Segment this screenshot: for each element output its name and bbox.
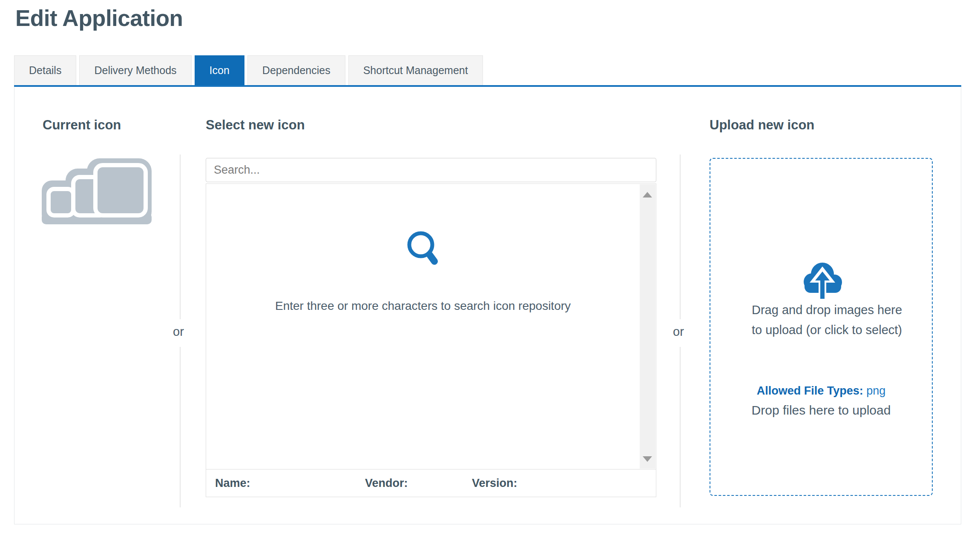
tab-dependencies[interactable]: Dependencies <box>247 55 345 85</box>
edit-application-page: Edit Application Details Delivery Method… <box>0 0 980 538</box>
divider-line <box>680 155 681 319</box>
tab-shortcut-management[interactable]: Shortcut Management <box>348 55 483 85</box>
divider-line <box>180 347 181 507</box>
cloud-upload-icon <box>801 258 844 299</box>
divider-line <box>180 155 181 319</box>
select-new-icon-heading: Select new icon <box>206 117 305 133</box>
vendor-label: Vendor: <box>365 477 408 490</box>
allowed-file-types-label: Allowed File Types: <box>757 384 863 397</box>
or-separator-left: or <box>173 325 184 339</box>
tab-bar: Details Delivery Methods Icon Dependenci… <box>14 55 483 85</box>
icon-search-input[interactable] <box>206 158 656 182</box>
page-title: Edit Application <box>15 5 183 31</box>
name-label: Name: <box>215 477 250 490</box>
tab-delivery-methods[interactable]: Delivery Methods <box>79 55 191 85</box>
dropzone-instructions: Drag and drop images here to upload (or … <box>752 300 903 340</box>
current-icon-heading: Current icon <box>43 117 121 133</box>
icon-search-results-panel <box>206 183 656 469</box>
allowed-file-types-value: png <box>866 384 885 397</box>
upload-dropzone[interactable]: Drag and drop images here to upload (or … <box>710 158 933 496</box>
or-separator-right: or <box>673 325 684 339</box>
upload-new-icon-heading: Upload new icon <box>710 117 814 133</box>
tab-details[interactable]: Details <box>14 55 76 85</box>
tab-icon[interactable]: Icon <box>195 55 244 85</box>
allowed-file-types-line: Allowed File Types: png <box>710 384 932 398</box>
selected-icon-details-bar: Name: Vendor: Version: <box>206 469 656 497</box>
triangle-up-icon[interactable] <box>643 192 652 197</box>
drop-files-hint: Drop files here to upload <box>710 403 932 418</box>
version-label: Version: <box>472 477 517 490</box>
app-tiles-icon <box>42 158 152 224</box>
triangle-down-icon[interactable] <box>643 456 652 462</box>
results-scrollbar[interactable] <box>640 184 655 469</box>
divider-line <box>680 347 681 507</box>
